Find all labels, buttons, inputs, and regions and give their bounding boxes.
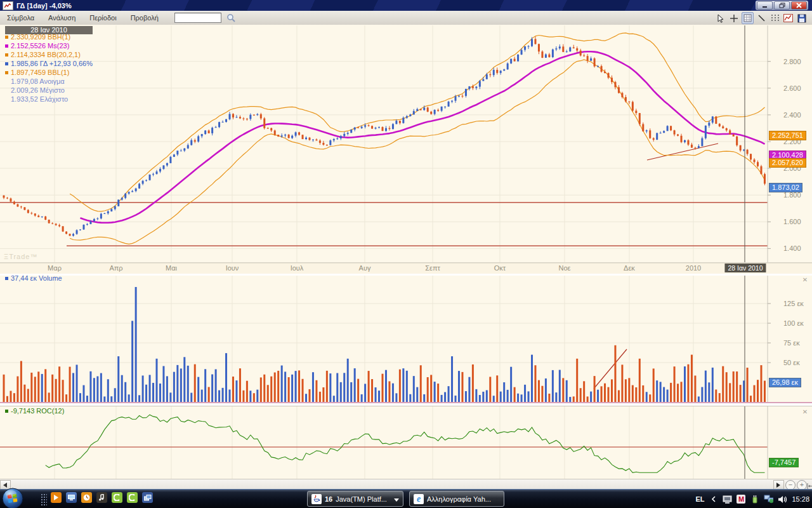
- clock-icon[interactable]: [81, 492, 92, 503]
- language-indicator[interactable]: EL: [695, 495, 704, 503]
- legend-item-1: 2.152,5526 Μs(23): [5, 42, 69, 50]
- legend-bullet: [5, 410, 8, 413]
- x-axis-label: Ιουν: [226, 264, 239, 272]
- x-axis-label: Ιουλ: [291, 264, 304, 272]
- horizontal-scrollbar[interactable]: − +: [0, 479, 812, 489]
- grid-tool-icon[interactable]: [742, 12, 754, 24]
- close-roc-pane-icon[interactable]: ✕: [801, 408, 809, 416]
- java-icon: [311, 494, 322, 504]
- legend-item-5: 1.979,08 Ανοιγμα: [5, 77, 65, 85]
- candles-layer: [3, 37, 766, 237]
- menu-item-0[interactable]: Σύμβολα: [0, 12, 41, 23]
- legend-item-3: 1.985,86 ΓΔ +12,93 0,66%: [5, 60, 93, 67]
- legend-item-2: 2.114,3334 BB(20,2,1): [5, 51, 81, 58]
- show-desktop-icon[interactable]: [66, 492, 77, 503]
- antivirus-tray-icon[interactable]: M: [737, 495, 745, 504]
- roc-legend: -9,7143 ROC(12): [5, 407, 64, 415]
- minimize-button[interactable]: [757, 1, 773, 10]
- volume-bars-layer: [3, 287, 766, 402]
- volume-tick-label: 50 εκ: [783, 359, 800, 366]
- price-tick-label: 1.400: [783, 244, 801, 252]
- x-axis-label: Αυγ: [359, 264, 371, 272]
- legend-item-6: 2.009,26 Μέγιστο: [5, 86, 65, 94]
- trendline-tool-icon[interactable]: [756, 13, 767, 23]
- tray-collapse-icon[interactable]: [709, 495, 718, 504]
- window-controls: [756, 1, 808, 10]
- volume-pane[interactable]: [0, 276, 812, 402]
- watermark: ΞTrade™: [4, 253, 37, 260]
- moving-average-line: [81, 51, 765, 223]
- x-axis-label: Νοε: [559, 264, 571, 272]
- window-title: ΓΔ [1day] -4,03%: [16, 2, 72, 10]
- task-button-dropdown-arrow: [394, 495, 399, 503]
- save-icon[interactable]: [796, 13, 807, 23]
- price-tag: 1.873,02: [769, 183, 802, 192]
- price-tick-label: 2.600: [783, 84, 801, 92]
- roc-pane[interactable]: [0, 406, 812, 479]
- window-switcher-icon[interactable]: [142, 492, 153, 503]
- dots-grid-tool-icon[interactable]: [769, 13, 780, 23]
- quick-launch-separator[interactable]: [41, 493, 47, 506]
- price-tag: 2.252,751: [769, 131, 806, 140]
- bollinger-upper-line: [70, 33, 764, 211]
- x-axis-highlight-date: 28 Ιαν 2010: [724, 264, 766, 272]
- search-icon[interactable]: [226, 13, 235, 22]
- restore-button[interactable]: [774, 1, 790, 10]
- roc-tag: -7,7457: [769, 458, 799, 467]
- start-button[interactable]: [2, 488, 23, 508]
- media-play-icon[interactable]: [51, 492, 62, 503]
- screen: ΓΔ [1day] -4,03% ΣύμβολαΑνάλυσηΠερίοδοιΠ…: [0, 0, 812, 508]
- bollinger-lower-line: [70, 60, 764, 244]
- legend-item-0: 2.330,9209 BBH(1): [5, 33, 70, 41]
- x-axis-label: Σεπτ: [425, 264, 440, 272]
- task-button-java[interactable]: 16Java(TM) Platf...: [307, 491, 403, 507]
- legend-text: -9,7143 ROC(12): [11, 407, 64, 415]
- x-axis-label: Απρ: [109, 264, 122, 272]
- crosshair-tool-icon[interactable]: [728, 13, 739, 23]
- legend-bullet: [5, 62, 8, 65]
- legend-item-7: 1.933,52 Ελάχιστο: [5, 95, 68, 103]
- legend-text: 2.152,5526 Μs(23): [11, 42, 69, 50]
- legend-text: 1.985,86 ΓΔ +12,93 0,66%: [11, 60, 93, 67]
- taskbar: 16Java(TM) Platf...eΑλληλογραφία Yah... …: [0, 489, 812, 508]
- legend-text: 37,44 εκ Volume: [11, 274, 62, 282]
- legend-text: 1.933,52 Ελάχιστο: [11, 95, 68, 103]
- symbol-search-input[interactable]: [174, 13, 221, 23]
- legend-item-4: 1.897,7459 BBL(1): [5, 69, 69, 76]
- close-volume-pane-icon[interactable]: ✕: [801, 276, 809, 284]
- x-axis-label: Μαρ: [48, 264, 62, 272]
- price-pane[interactable]: [0, 25, 812, 263]
- power-tray-icon[interactable]: [750, 495, 759, 504]
- volume-tray-icon[interactable]: [778, 495, 787, 504]
- legend-bullet: [5, 277, 8, 280]
- volume-tick-label: 125 εκ: [783, 300, 804, 307]
- legend-text: 2.114,3334 BB(20,2,1): [11, 51, 81, 58]
- roc-line: [46, 415, 765, 472]
- legend-bullet-spacer: [5, 89, 8, 92]
- menu-item-2[interactable]: Περίοδοι: [82, 12, 123, 23]
- volume-tick-label: 75 εκ: [783, 339, 800, 347]
- network-tray-icon[interactable]: [764, 495, 773, 504]
- cursor-tool-icon[interactable]: [715, 13, 726, 23]
- volume-tick-label: 100 εκ: [783, 319, 804, 327]
- system-tray: EL M 15:28: [695, 490, 809, 508]
- chart-type-icon[interactable]: [783, 13, 794, 23]
- price-tag: 2.057,620: [769, 158, 806, 168]
- green-app-1-icon[interactable]: [112, 492, 122, 503]
- task-button-ie[interactable]: eΑλληλογραφία Yah...: [409, 491, 504, 507]
- close-button[interactable]: [791, 1, 807, 10]
- volume-tag: 26,98 εκ: [769, 378, 801, 387]
- app-icon: [3, 1, 13, 10]
- menu-item-3[interactable]: Προβολή: [124, 12, 166, 23]
- menu-item-1[interactable]: Ανάλυση: [41, 12, 82, 23]
- price-tick-label: 1.600: [783, 218, 801, 225]
- x-axis-label: Μαι: [166, 264, 177, 272]
- legend-text: 1.979,08 Ανοιγμα: [11, 77, 65, 85]
- pane-divider-2: [0, 402, 812, 406]
- clock[interactable]: 15:28: [792, 495, 809, 503]
- legend-text: 2.330,9209 BBH(1): [11, 33, 70, 41]
- media-note-icon[interactable]: [96, 492, 107, 503]
- legend-bullet: [5, 71, 8, 74]
- display-tray-icon[interactable]: [723, 495, 732, 504]
- green-app-2-icon[interactable]: [127, 492, 138, 503]
